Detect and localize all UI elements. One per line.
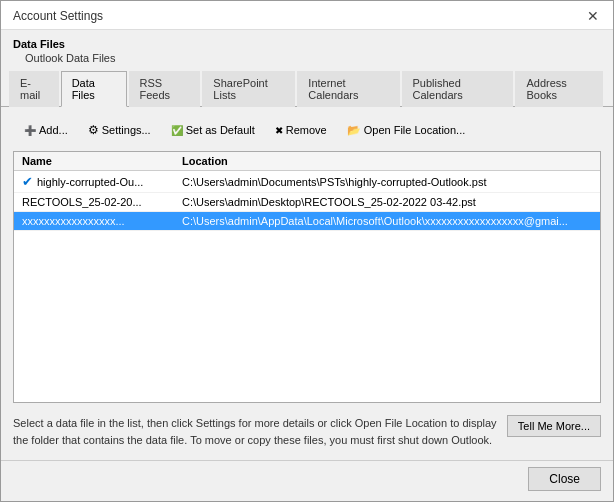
title-bar-left: Account Settings	[13, 9, 103, 23]
row-name-cell: ✔ highly-corrupted-Ou...	[18, 174, 178, 189]
remove-icon	[275, 124, 283, 136]
row-name-cell: xxxxxxxxxxxxxxxxx...	[18, 215, 178, 227]
tabs-bar: E-mail Data Files RSS Feeds SharePoint L…	[1, 70, 613, 107]
open-file-button[interactable]: Open File Location...	[338, 120, 475, 141]
col-name-header: Name	[18, 155, 178, 167]
row-name-text: RECTOOLS_25-02-20...	[22, 196, 142, 208]
row-location-text: C:\Users\admin\Desktop\RECTOOLS_25-02-20…	[178, 196, 596, 208]
data-table: Name Location ✔ highly-corrupted-Ou... C…	[13, 151, 601, 403]
open-file-label: Open File Location...	[364, 124, 466, 136]
table-header: Name Location	[14, 152, 600, 171]
account-settings-dialog: Account Settings ✕ Data Files Outlook Da…	[0, 0, 614, 502]
tab-published-calendars[interactable]: Published Calendars	[402, 71, 514, 107]
section-subtitle: Outlook Data Files	[1, 52, 613, 70]
table-row[interactable]: ✔ highly-corrupted-Ou... C:\Users\admin\…	[14, 171, 600, 193]
row-name-cell: RECTOOLS_25-02-20...	[18, 196, 178, 208]
tab-sharepoint-lists[interactable]: SharePoint Lists	[202, 71, 295, 107]
table-row[interactable]: xxxxxxxxxxxxxxxxx... C:\Users\admin\AppD…	[14, 212, 600, 231]
section-title: Data Files	[1, 30, 613, 52]
toolbar: Add... Settings... Set as Default Remove…	[13, 115, 601, 145]
table-body: ✔ highly-corrupted-Ou... C:\Users\admin\…	[14, 171, 600, 402]
add-button[interactable]: Add...	[15, 120, 77, 140]
col-location-header: Location	[178, 155, 596, 167]
row-name-text: highly-corrupted-Ou...	[37, 176, 143, 188]
remove-button[interactable]: Remove	[266, 120, 336, 140]
close-icon[interactable]: ✕	[585, 9, 601, 23]
title-bar: Account Settings ✕	[1, 1, 613, 30]
tell-me-more-button[interactable]: Tell Me More...	[507, 415, 601, 437]
set-default-icon	[171, 124, 183, 136]
table-row[interactable]: RECTOOLS_25-02-20... C:\Users\admin\Desk…	[14, 193, 600, 212]
add-label: Add...	[39, 124, 68, 136]
tab-address-books[interactable]: Address Books	[515, 71, 603, 107]
settings-icon	[88, 123, 99, 137]
tab-data-files[interactable]: Data Files	[61, 71, 127, 107]
remove-label: Remove	[286, 124, 327, 136]
add-icon	[24, 124, 36, 136]
tab-rss-feeds[interactable]: RSS Feeds	[129, 71, 201, 107]
set-default-label: Set as Default	[186, 124, 255, 136]
tab-content: Add... Settings... Set as Default Remove…	[1, 107, 613, 460]
row-name-text: xxxxxxxxxxxxxxxxx...	[22, 215, 125, 227]
footer-text: Select a data file in the list, then cli…	[13, 415, 497, 448]
dialog-title: Account Settings	[13, 9, 103, 23]
dialog-footer: Close	[1, 460, 613, 501]
row-location-text: C:\Users\admin\AppData\Local\Microsoft\O…	[178, 215, 596, 227]
row-location-text: C:\Users\admin\Documents\PSTs\highly-cor…	[178, 176, 596, 188]
close-button[interactable]: Close	[528, 467, 601, 491]
tab-email[interactable]: E-mail	[9, 71, 59, 107]
settings-button[interactable]: Settings...	[79, 119, 160, 141]
tab-internet-calendars[interactable]: Internet Calendars	[297, 71, 399, 107]
set-default-button[interactable]: Set as Default	[162, 120, 264, 140]
footer-info: Select a data file in the list, then cli…	[13, 409, 601, 452]
settings-label: Settings...	[102, 124, 151, 136]
default-check-icon: ✔	[22, 174, 33, 189]
open-file-icon	[347, 124, 361, 137]
